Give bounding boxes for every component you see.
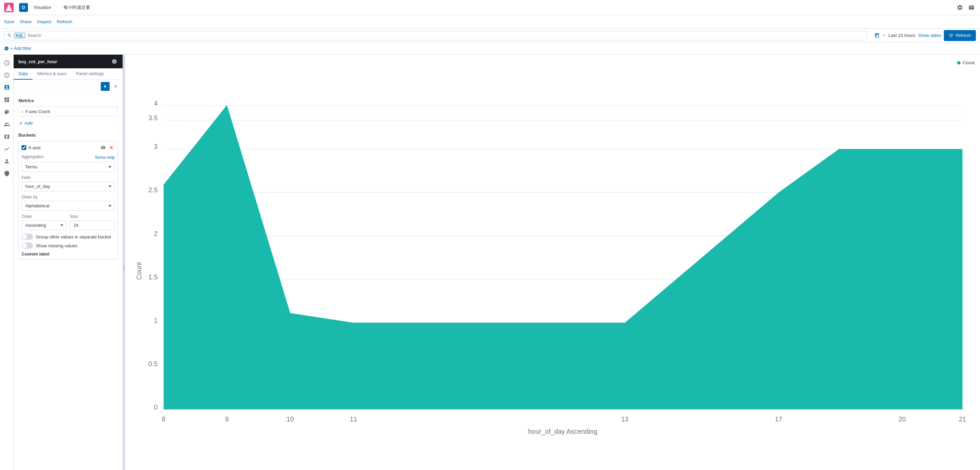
x-tick-21: 21 — [959, 415, 966, 423]
order-select[interactable]: Ascending — [22, 220, 67, 230]
order-label: Order — [22, 214, 67, 219]
refresh-icon — [948, 33, 953, 38]
app-badge: D — [19, 3, 28, 12]
show-dates-button[interactable]: Show dates — [918, 33, 942, 38]
nav-settings-icon[interactable] — [2, 468, 12, 470]
metric-chevron-icon: › — [22, 109, 23, 114]
tab-panel-settings[interactable]: Panel settings — [72, 69, 109, 80]
bucket-xaxis-item: X-axis — [18, 141, 118, 260]
add-icon — [18, 121, 23, 126]
size-input[interactable] — [70, 220, 115, 230]
field-select[interactable]: hour_of_day — [22, 182, 115, 191]
filter-bar: KQL Last 15 hours Show dates Refresh — [0, 29, 980, 42]
aggregation-group: Aggregation Terms help Terms — [22, 155, 115, 172]
nav-dashboard-icon[interactable] — [2, 94, 12, 105]
x-tick-20: 20 — [898, 415, 906, 423]
nav-maps-icon[interactable] — [2, 131, 12, 142]
buckets-section: Buckets X-axis — [18, 132, 118, 260]
group-other-label: Group other values in separate bucket — [36, 234, 111, 239]
mail-icon — [968, 5, 975, 11]
breadcrumb-separator: › — [57, 5, 58, 10]
nav-clock-icon[interactable] — [2, 57, 12, 69]
delete-icon — [108, 145, 114, 150]
x-tick-8: 8 — [162, 415, 165, 423]
show-missing-toggle[interactable] — [22, 242, 33, 249]
nav-visualize-icon[interactable] — [2, 82, 12, 93]
search-input[interactable] — [27, 33, 864, 38]
nav-person-icon[interactable] — [2, 156, 12, 167]
page-title: 每小时成交量 — [64, 5, 90, 11]
metrics-title: Metrics — [18, 98, 118, 103]
group-other-toggle[interactable] — [22, 234, 33, 240]
y-tick-4: 4 — [154, 99, 158, 107]
custom-label-title: Custom label — [22, 252, 115, 257]
time-range-label: Last 15 hours — [888, 33, 915, 38]
chevron-down-icon — [882, 33, 886, 38]
metric-yaxis-label: Y-axis Count — [25, 109, 50, 114]
panel-toolbar — [14, 80, 123, 93]
play-icon — [103, 84, 108, 89]
nav-discover-icon[interactable] — [2, 70, 12, 81]
chart-svg-container: Count 0 0.5 1 1.5 2 2.5 3 3.5 4 — [130, 69, 975, 470]
resize-dot — [124, 270, 125, 271]
field-label: Field — [22, 175, 115, 180]
top-bar: D Visualize › 每小时成交量 — [0, 0, 980, 15]
bucket-checkbox[interactable] — [22, 145, 26, 150]
show-missing-row: Show missing values — [22, 242, 115, 249]
share-button[interactable]: Share — [20, 19, 32, 24]
chart-legend: Count — [130, 60, 975, 65]
chart-svg: Count 0 0.5 1 1.5 2 2.5 3 3.5 4 — [130, 69, 975, 470]
order-col: Order Ascending — [22, 214, 67, 230]
panel-info-button[interactable] — [111, 58, 118, 65]
nav-ml-icon[interactable] — [2, 119, 12, 130]
y-tick-1: 1 — [154, 317, 158, 324]
bucket-delete-button[interactable] — [108, 144, 115, 151]
refresh-action-button[interactable]: Refresh — [57, 19, 72, 24]
bucket-actions — [100, 144, 115, 151]
panel-title: buy_cnt_per_hour — [18, 59, 57, 64]
chart-area-polygon — [164, 105, 963, 409]
terms-help-link[interactable]: Terms help — [95, 155, 115, 160]
search-container: KQL — [4, 31, 867, 40]
y-tick-05: 0.5 — [148, 360, 158, 368]
bucket-title-group: X-axis — [22, 145, 100, 150]
add-metric-button[interactable]: Add — [18, 119, 32, 127]
save-button[interactable]: Save — [4, 19, 14, 24]
mail-icon-btn[interactable] — [967, 3, 976, 12]
add-filter-icon — [4, 46, 9, 51]
resize-dot — [124, 266, 125, 267]
refresh-button-label: Refresh — [955, 33, 971, 38]
y-axis-label: Count — [135, 262, 143, 280]
x-tick-10: 10 — [286, 415, 294, 423]
x-tick-9: 9 — [225, 415, 229, 423]
bucket-eye-button[interactable] — [100, 144, 107, 151]
main-layout: buy_cnt_per_hour Data Metrics & axes Pan… — [0, 55, 980, 470]
bucket-name-label: X-axis — [28, 145, 41, 150]
refresh-button[interactable]: Refresh — [944, 30, 976, 41]
tab-metrics-axes[interactable]: Metrics & axes — [32, 69, 71, 80]
legend-label: Count — [963, 60, 975, 65]
nav-security-icon[interactable] — [2, 168, 12, 179]
add-filter-bar: + Add filter — [0, 42, 980, 55]
search-icon — [7, 33, 12, 38]
order-by-select[interactable]: Alphabetical — [22, 201, 115, 211]
order-by-group: Order by Alphabetical — [22, 195, 115, 211]
aggregation-label: Aggregation — [22, 155, 44, 159]
order-by-label: Order by — [22, 195, 115, 199]
nav-apm-icon[interactable] — [2, 143, 12, 155]
kibana-logo — [4, 3, 14, 12]
aggregation-select[interactable]: Terms — [22, 162, 115, 172]
settings-icon — [957, 5, 963, 11]
nav-canvas-icon[interactable] — [2, 107, 12, 118]
metric-yaxis-item[interactable]: › Y-axis Count — [18, 107, 118, 116]
inspect-button[interactable]: Inspect — [37, 19, 51, 24]
settings-icon-btn[interactable] — [955, 3, 964, 12]
tab-data[interactable]: Data — [14, 69, 32, 80]
close-panel-button[interactable] — [111, 82, 120, 91]
date-picker-container: Last 15 hours — [874, 33, 915, 38]
x-tick-11: 11 — [350, 415, 358, 423]
aggregation-label-row: Aggregation Terms help — [22, 155, 115, 161]
add-filter-button[interactable]: + Add filter — [4, 46, 32, 51]
run-button[interactable] — [101, 82, 110, 91]
calendar-icon — [874, 33, 880, 38]
